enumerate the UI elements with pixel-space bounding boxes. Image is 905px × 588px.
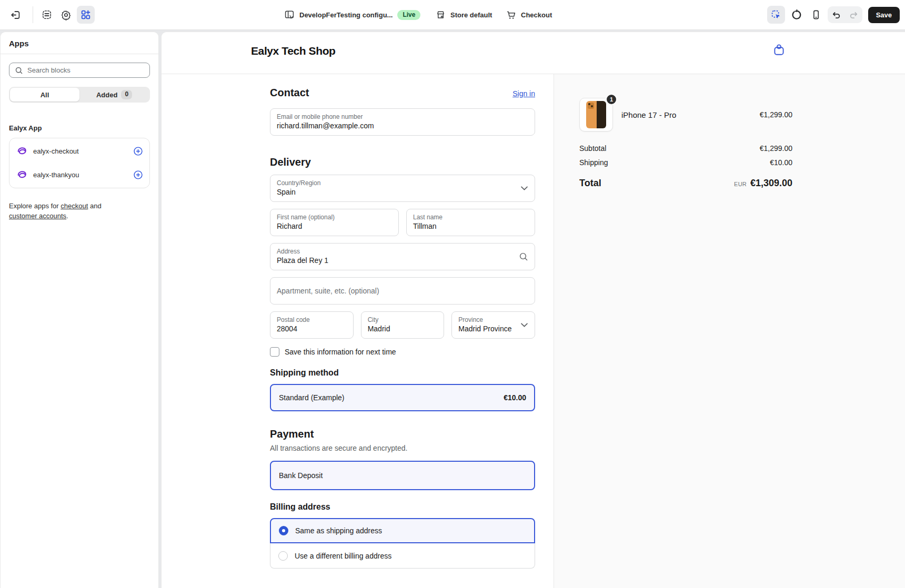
shipping-option-label: Standard (Example): [279, 393, 345, 402]
province-value: Madrid Province: [458, 324, 528, 334]
mobile-view-button[interactable]: [808, 7, 824, 23]
redo-button[interactable]: [845, 6, 862, 23]
reset-icon: [791, 9, 802, 21]
save-button[interactable]: Save: [868, 7, 900, 23]
billing-different-option[interactable]: Use a different billing address: [270, 543, 535, 569]
shipping-option-price: €10.00: [504, 393, 526, 402]
checkout-apps-link[interactable]: checkout: [61, 202, 88, 210]
checkout-editor: DevelopFerTesting configu... Live Store …: [0, 0, 905, 588]
inspect-mode-button[interactable]: [767, 6, 785, 24]
add-block-icon[interactable]: [133, 170, 143, 180]
total-row: Total EUR €1,309.00: [579, 178, 792, 189]
apartment-placeholder: Apartment, suite, etc. (optional): [277, 287, 379, 295]
exit-icon: [10, 9, 21, 21]
customer-accounts-link[interactable]: customer accounts: [9, 212, 66, 220]
topbar-right-group: Save: [767, 0, 900, 29]
checkout-config-icon: [284, 9, 295, 20]
checkout-body: Contact Sign in Email or mobile phone nu…: [162, 74, 905, 588]
config-title: DevelopFerTesting configu...: [299, 11, 393, 19]
ealyx-logo-icon: [16, 169, 28, 181]
topbar: DevelopFerTesting configu... Live Store …: [0, 0, 905, 30]
search-input[interactable]: [27, 66, 144, 74]
sidebar-divider: [1, 54, 158, 54]
last-name-value: Tillman: [413, 221, 528, 231]
search-blocks-field[interactable]: [9, 63, 150, 78]
sign-in-link[interactable]: Sign in: [512, 89, 535, 98]
shipping-option-standard[interactable]: Standard (Example) €10.00: [270, 384, 535, 411]
workspace: Apps All Added 0: [0, 30, 905, 588]
payment-subtitle: All transactions are secure and encrypte…: [270, 444, 535, 452]
tab-all[interactable]: All: [10, 88, 79, 102]
inspector-icon: [771, 9, 781, 20]
add-block-icon[interactable]: [133, 146, 143, 156]
search-icon: [15, 66, 23, 75]
quantity-badge: 1: [606, 94, 617, 105]
product-thumbnail: 1: [579, 98, 613, 131]
product-image: [586, 101, 606, 128]
store-default-selector[interactable]: Store default: [436, 0, 492, 29]
email-field[interactable]: Email or mobile phone number richard.til…: [270, 108, 535, 136]
sidebar-title: Apps: [9, 32, 150, 54]
filter-tabs: All Added 0: [9, 87, 150, 103]
shipping-row: Shipping €10.00: [579, 158, 792, 167]
checkout-page-label: Checkout: [521, 11, 552, 19]
address-field[interactable]: Address Plaza del Rey 1: [270, 243, 535, 270]
undo-button[interactable]: [828, 6, 845, 23]
tab-all-label: All: [41, 91, 49, 99]
city-value: Madrid: [368, 324, 438, 334]
store-icon: [436, 10, 446, 20]
address-value: Plaza del Rey 1: [277, 256, 528, 266]
payment-heading: Payment: [270, 428, 535, 440]
currency-code: EUR: [734, 181, 747, 187]
store-default-label: Store default: [450, 11, 492, 19]
save-info-label: Save this information for next time: [285, 348, 396, 356]
cart-summary-button[interactable]: [772, 43, 786, 57]
exit-editor-button[interactable]: [7, 7, 23, 23]
totals-block: Subtotal €1,299.00 Shipping €10.00 Total: [579, 144, 792, 189]
app-block-ealyx-thankyou[interactable]: ealyx-thankyou: [9, 163, 149, 187]
province-label: Province: [458, 316, 528, 323]
app-section-title: Ealyx App: [9, 124, 150, 132]
postal-code-field[interactable]: Postal code 28004: [270, 311, 354, 339]
payment-method-bank-deposit[interactable]: Bank Deposit: [270, 461, 535, 490]
shopping-bag-icon: [772, 43, 786, 57]
address-search-icon: [519, 252, 528, 261]
total-value: €1,309.00: [750, 178, 792, 189]
apps-icon: [81, 9, 91, 20]
shipping-total-label: Shipping: [579, 158, 608, 167]
explore-apps-text: Explore apps for checkout and customer a…: [9, 201, 150, 221]
chevron-down-icon: [521, 323, 528, 327]
apps-panel-button[interactable]: [77, 6, 95, 24]
radio-selected-icon[interactable]: [279, 526, 288, 535]
last-name-field[interactable]: Last name Tillman: [406, 209, 535, 236]
billing-same-option[interactable]: Same as shipping address: [270, 518, 535, 543]
settings-button[interactable]: [58, 7, 74, 23]
billing-options-group: Same as shipping address Use a different…: [270, 518, 535, 569]
app-block-ealyx-checkout[interactable]: ealyx-checkout: [9, 139, 149, 163]
save-info-checkbox-row[interactable]: Save this information for next time: [270, 347, 535, 357]
tab-added[interactable]: Added 0: [79, 88, 149, 102]
topbar-left-group: [7, 0, 98, 29]
product-price: €1,299.00: [760, 110, 792, 119]
added-count-badge: 0: [121, 90, 132, 99]
live-badge: Live: [397, 10, 420, 20]
apartment-field[interactable]: Apartment, suite, etc. (optional): [270, 277, 535, 305]
undo-icon: [831, 10, 841, 20]
province-select[interactable]: Province Madrid Province: [451, 311, 535, 339]
radio-unselected-icon[interactable]: [278, 551, 288, 561]
billing-same-label: Same as shipping address: [295, 526, 382, 535]
country-select[interactable]: Country/Region Spain: [270, 175, 535, 202]
sections-panel-button[interactable]: [39, 7, 55, 23]
email-field-value: richard.tillman@example.com: [277, 121, 528, 131]
last-name-label: Last name: [413, 214, 528, 221]
configuration-selector[interactable]: DevelopFerTesting configu... Live: [284, 0, 420, 29]
country-label: Country/Region: [277, 179, 528, 187]
city-field[interactable]: City Madrid: [361, 311, 445, 339]
billing-address-heading: Billing address: [270, 502, 535, 512]
email-field-label: Email or mobile phone number: [277, 113, 528, 120]
first-name-field[interactable]: First name (optional) Richard: [270, 209, 399, 236]
mobile-icon: [811, 9, 821, 20]
reset-button[interactable]: [789, 7, 805, 23]
page-selector-checkout[interactable]: Checkout: [506, 0, 552, 29]
save-info-checkbox[interactable]: [270, 347, 279, 357]
